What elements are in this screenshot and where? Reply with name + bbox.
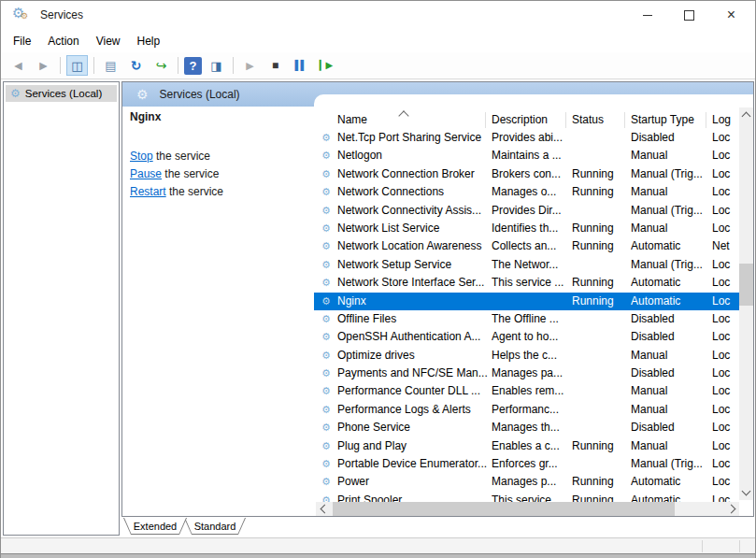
help-icon[interactable]: ?: [184, 57, 202, 75]
table-row[interactable]: ⚙ Network Connection Broker Brokers con.…: [314, 165, 739, 183]
sidebar-item-services-local[interactable]: ⚙ Services (Local): [6, 85, 117, 102]
vertical-scroll-thumb[interactable]: [739, 264, 753, 306]
action-pane-icon[interactable]: ◨: [206, 55, 227, 76]
chevron-down-icon: [742, 487, 751, 496]
table-row[interactable]: ⚙ Plug and Play Enables a c... Running M…: [314, 437, 739, 455]
column-header-name[interactable]: Name: [337, 107, 487, 129]
cell-description: Agent to ho...: [492, 328, 570, 346]
cell-description: Manages th...: [492, 419, 570, 436]
toolbar-separator: [233, 57, 234, 74]
table-row[interactable]: ⚙ Netlogon Maintains a ... Manual Loc: [314, 147, 739, 165]
maximize-button[interactable]: [668, 1, 710, 29]
scroll-left-button[interactable]: [316, 502, 330, 516]
start-service-icon[interactable]: ▶: [239, 55, 261, 76]
table-row[interactable]: ⚙ Offline Files The Offline ... Disabled…: [314, 310, 739, 328]
cell-description: Helps the c...: [492, 347, 570, 365]
cell-name: Performance Logs & Alerts: [337, 401, 489, 419]
menu-view[interactable]: View: [88, 31, 129, 51]
cell-startup-type: Automatic: [631, 237, 710, 255]
cell-startup-type: Manual: [631, 437, 710, 455]
cell-name: Phone Service: [337, 419, 489, 436]
service-actions: Stop the service Pause the service Resta…: [130, 148, 307, 201]
cell-name: Performance Counter DLL ...: [337, 382, 489, 400]
pause-service-icon[interactable]: ▌▌: [290, 55, 311, 76]
cell-startup-type: Manual (Trig...: [631, 256, 710, 274]
gear-icon: ⚙: [136, 87, 149, 102]
refresh-icon[interactable]: ↻: [125, 55, 147, 76]
cell-description: Identifies th...: [492, 220, 570, 237]
table-row[interactable]: ⚙ Optimize drives Helps the c... Manual …: [314, 347, 739, 365]
table-row[interactable]: ⚙ Network List Service Identifies th... …: [314, 220, 739, 237]
toolbar-separator: [60, 57, 61, 74]
cell-startup-type: Disabled: [631, 129, 710, 147]
cell-name: Network Connection Broker: [337, 165, 489, 183]
menu-help[interactable]: Help: [129, 31, 169, 51]
cell-name: Net.Tcp Port Sharing Service: [337, 129, 489, 147]
cell-status: Running: [572, 165, 628, 183]
column-header-description[interactable]: Description: [492, 107, 570, 129]
gear-icon: ⚙: [10, 87, 21, 100]
restart-service-link[interactable]: Restart: [130, 185, 166, 198]
list-header: Name Description Status Startup Type Log: [314, 107, 739, 129]
table-row[interactable]: ⚙ Network Location Awareness Collects an…: [314, 237, 739, 255]
service-gear-icon: ⚙: [321, 401, 335, 419]
table-row[interactable]: ⚙ Phone Service Manages th... Disabled L…: [314, 419, 739, 436]
table-row[interactable]: ⚙ Network Connections Manages o... Runni…: [314, 183, 739, 201]
cell-log-on-as: Loc: [712, 293, 739, 310]
table-row[interactable]: ⚙ Payments and NFC/SE Man... Manages pa.…: [314, 365, 739, 382]
action-suffix-text: the service: [166, 185, 223, 198]
cell-log-on-as: Loc: [712, 382, 739, 400]
table-row[interactable]: ⚙ Network Store Interface Ser... This se…: [314, 274, 739, 292]
table-row[interactable]: ⚙ Network Connectivity Assis... Provides…: [314, 202, 739, 220]
cell-log-on-as: Loc: [712, 437, 739, 455]
properties-icon[interactable]: ▤: [100, 55, 121, 76]
toolbar: ◄ ► ◫ ▤ ↻ ↪ ? ◨ ▶ ■ ▌▌ ▎▶: [1, 52, 755, 79]
table-row[interactable]: ⚙ Portable Device Enumerator... Enforces…: [314, 455, 739, 473]
close-button[interactable]: [710, 1, 752, 29]
table-row[interactable]: ⚙ Performance Logs & Alerts Performanc..…: [314, 401, 739, 419]
column-header-startup-type[interactable]: Startup Type: [631, 107, 710, 129]
scroll-up-button[interactable]: [739, 107, 753, 122]
cell-log-on-as: Loc: [712, 183, 739, 201]
table-row[interactable]: ⚙ Power Manages p... Running Automatic L…: [314, 473, 739, 491]
scroll-right-button[interactable]: [725, 502, 739, 516]
table-row[interactable]: ⚙ Network Setup Service The Networ... Ma…: [314, 256, 739, 274]
service-gear-icon: ⚙: [321, 237, 335, 255]
horizontal-scrollbar[interactable]: [316, 502, 739, 516]
cell-status: Running: [572, 473, 628, 491]
action-suffix-text: the service: [162, 167, 219, 180]
back-arrow[interactable]: ◄: [7, 55, 29, 76]
stop-service-icon[interactable]: ■: [264, 55, 286, 76]
cell-log-on-as: Loc: [712, 365, 739, 382]
export-list-icon[interactable]: ↪: [150, 55, 172, 76]
cell-description: Performanc...: [492, 401, 570, 419]
cell-description: Manages pa...: [492, 365, 570, 382]
minimize-button[interactable]: [626, 1, 668, 29]
horizontal-scroll-thumb[interactable]: [333, 502, 675, 516]
column-separator: [706, 112, 706, 128]
cell-log-on-as: Loc: [712, 347, 739, 365]
tab-extended[interactable]: Extended: [123, 518, 187, 535]
restart-service-icon[interactable]: ▎▶: [315, 55, 336, 76]
service-info-pane: Nginx Stop the service Pause the service…: [130, 108, 307, 201]
cell-name: Offline Files: [337, 310, 489, 328]
scroll-down-button[interactable]: [739, 485, 753, 500]
table-row[interactable]: ⚙ Performance Counter DLL ... Enables re…: [314, 382, 739, 400]
menu-action[interactable]: Action: [39, 31, 87, 51]
cell-startup-type: Manual: [631, 220, 710, 237]
results-pane: ⚙ Services (Local) Nginx Stop the servic…: [121, 81, 754, 517]
forward-arrow[interactable]: ►: [33, 55, 54, 76]
vertical-scrollbar[interactable]: [739, 107, 753, 500]
pause-service-link[interactable]: Pause: [130, 167, 162, 180]
column-header-log-on-as[interactable]: Log: [712, 107, 739, 129]
menu-file[interactable]: File: [5, 31, 39, 51]
show-console-tree-icon[interactable]: ◫: [66, 55, 88, 76]
column-header-status[interactable]: Status: [572, 107, 628, 129]
table-row[interactable]: ⚙ OpenSSH Authentication A... Agent to h…: [314, 328, 739, 346]
table-row[interactable]: ⚙ Nginx Running Automatic Loc: [314, 293, 739, 310]
service-gear-icon: ⚙: [321, 328, 335, 346]
stop-service-link[interactable]: Stop: [130, 150, 153, 163]
tab-standard[interactable]: Standard: [184, 518, 246, 535]
table-row[interactable]: ⚙ Net.Tcp Port Sharing Service Provides …: [314, 129, 739, 147]
cell-status: Running: [572, 237, 628, 255]
